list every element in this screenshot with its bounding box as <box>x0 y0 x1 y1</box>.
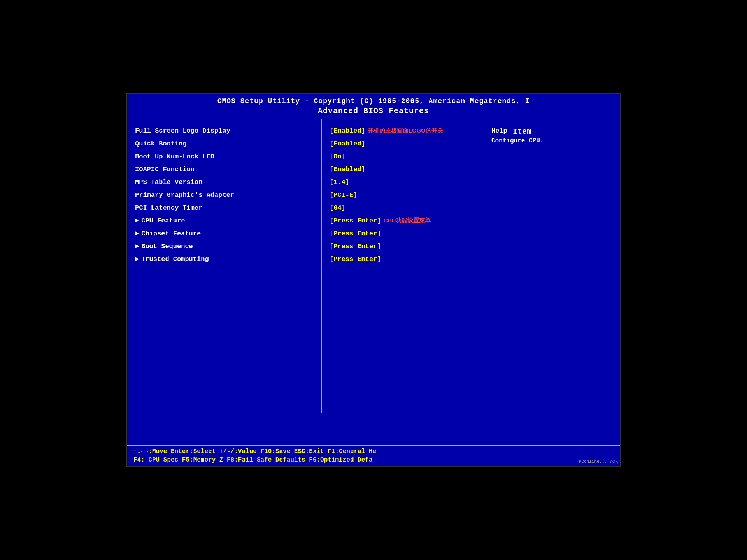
value-item-10[interactable]: [Press Enter] <box>330 256 477 263</box>
value-item-3[interactable]: [Enabled] <box>330 166 477 173</box>
arrow-icon: ► <box>135 243 139 250</box>
help-content: Configure CPU. <box>491 136 614 146</box>
menu-item-6[interactable]: PCI Latency Timer <box>135 204 314 212</box>
value-item-9[interactable]: [Press Enter] <box>330 243 477 250</box>
menu-item-4[interactable]: MPS Table Version <box>135 178 314 186</box>
watermark: PConline... 论坛 <box>579 458 618 464</box>
bios-header: CMOS Setup Utility - Copyright (C) 1985-… <box>127 94 620 119</box>
value-item-7[interactable]: [Press Enter]CPU功能设置菜单 <box>330 217 477 224</box>
statusbar: ↑↓←→:Move Enter:Select +/-/:Value F10:Sa… <box>127 445 620 466</box>
statusbar-row1: ↑↓←→:Move Enter:Select +/-/:Value F10:Sa… <box>133 448 614 455</box>
menu-item-10[interactable]: ►Trusted Computing <box>135 256 314 263</box>
main-content: Full Screen Logo DisplayQuick BootingBoo… <box>127 119 620 413</box>
header-title: CMOS Setup Utility - Copyright (C) 1985-… <box>127 97 620 105</box>
middle-panel: [Enabled]开机的主板画面LOGO的开关[Enabled][On][Ena… <box>322 119 485 413</box>
arrow-icon: ► <box>135 217 139 224</box>
item-label: Item <box>513 127 531 136</box>
right-panel: Help Item Configure CPU. <box>485 119 620 413</box>
menu-item-2[interactable]: Boot Up Num-Lock LED <box>135 153 314 160</box>
value-item-1[interactable]: [Enabled] <box>330 140 477 147</box>
value-item-5[interactable]: [PCI-E] <box>330 191 477 199</box>
menu-item-1[interactable]: Quick Booting <box>135 140 314 147</box>
menu-item-5[interactable]: Primary Graphic's Adapter <box>135 191 314 199</box>
statusbar-row2: F4: CPU Spec F5:Memory-Z F8:Fail-Safe De… <box>133 457 614 464</box>
value-item-0[interactable]: [Enabled]开机的主板画面LOGO的开关 <box>330 127 477 135</box>
help-header-row: Help Item <box>491 127 614 136</box>
selected-value: [Press Enter] <box>330 217 381 224</box>
annotation-text: CPU功能设置菜单 <box>384 217 431 224</box>
value-item-4[interactable]: [1.4] <box>330 178 477 186</box>
menu-item-0[interactable]: Full Screen Logo Display <box>135 127 314 135</box>
left-panel: Full Screen Logo DisplayQuick BootingBoo… <box>127 119 322 413</box>
help-label: Help <box>491 127 511 136</box>
arrow-icon: ► <box>135 256 139 263</box>
value-item-6[interactable]: [64] <box>330 204 477 212</box>
arrow-icon: ► <box>135 230 139 237</box>
value-item-8[interactable]: [Press Enter] <box>330 230 477 237</box>
header-subtitle: Advanced BIOS Features <box>127 107 620 116</box>
menu-item-9[interactable]: ►Boot Sequence <box>135 243 314 250</box>
annotation-text: 开机的主板画面LOGO的开关 <box>368 127 443 134</box>
menu-item-7[interactable]: ►CPU Feature <box>135 217 314 224</box>
menu-item-8[interactable]: ►Chipset Feature <box>135 230 314 237</box>
bios-screen: CMOS Setup Utility - Copyright (C) 1985-… <box>126 93 621 467</box>
menu-item-3[interactable]: IOAPIC Function <box>135 166 314 173</box>
value-item-2[interactable]: [On] <box>330 153 477 160</box>
